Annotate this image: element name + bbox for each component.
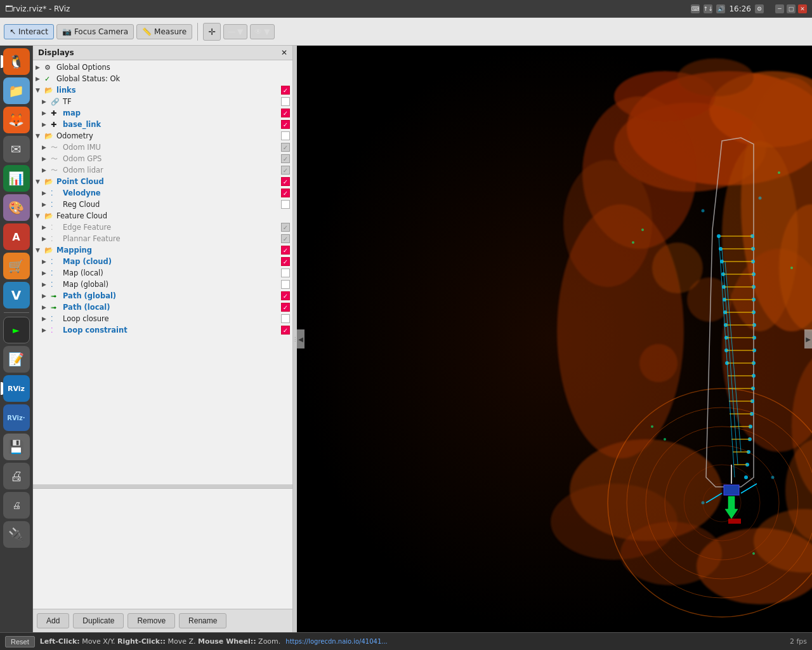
odom-lidar-label: Odom lidar	[61, 166, 281, 175]
loop-constraint-checkbox[interactable]	[281, 326, 290, 335]
main-area: 🐧 📁 🦊 ✉ 📊 🎨 A 🛒 V ► 📝	[0, 46, 812, 632]
rename-button[interactable]: Rename	[179, 613, 226, 628]
path-global-checkbox[interactable]	[281, 291, 290, 300]
velodyne-checkbox[interactable]	[281, 189, 290, 197]
odometry-checkbox[interactable]	[281, 131, 290, 140]
tf-label: TF	[61, 97, 281, 106]
dock-item-scanner[interactable]: 🖨	[3, 463, 30, 489]
move-button[interactable]: ✛	[203, 23, 221, 41]
odom-imu-checkbox[interactable]	[281, 143, 290, 152]
minimize-button[interactable]: ─	[775, 4, 784, 13]
plannar-dots-icon: ⁚	[51, 235, 61, 243]
dock-item-disk[interactable]: 💾	[3, 434, 30, 460]
eye-dropdown[interactable]: 👁 ▼	[250, 24, 274, 39]
focus-camera-button[interactable]: 📷 Focus Camera	[56, 24, 134, 39]
tree-item-tf[interactable]: ▶ 🔗 TF	[33, 96, 292, 107]
reg-cloud-checkbox[interactable]	[281, 200, 290, 209]
map-local-arrow: ▶	[42, 270, 51, 276]
dock-item-ubuntu[interactable]: 🐧	[3, 48, 30, 75]
viewport-collapse-left[interactable]: ◀	[297, 329, 304, 348]
dock-item-shop[interactable]: 🛒	[3, 253, 30, 279]
toolbar-separator-1	[197, 23, 198, 41]
dock-item-firefox[interactable]: 🦊	[3, 107, 30, 133]
email-icon: ✉	[11, 142, 22, 157]
measure-button[interactable]: 📏 Measure	[136, 24, 192, 39]
close-button[interactable]: ✕	[798, 4, 807, 13]
dock-item-editor[interactable]: 📝	[3, 346, 30, 373]
tree-item-loop-constraint[interactable]: ▶ ⁚ Loop constraint	[33, 324, 292, 336]
tree-item-reg-cloud[interactable]: ▶ ⁚ Reg Cloud	[33, 199, 292, 210]
tree-item-map[interactable]: ▶ ✚ map	[33, 107, 292, 119]
maximize-button[interactable]: □	[787, 4, 796, 13]
loop-closure-checkbox[interactable]	[281, 314, 290, 323]
interact-button[interactable]: ↖ Interact	[4, 24, 54, 39]
reset-button[interactable]: Reset	[5, 636, 35, 647]
dock: 🐧 📁 🦊 ✉ 📊 🎨 A 🛒 V ► 📝	[0, 46, 33, 632]
tree-item-odometry[interactable]: ▼ 📂 Odometry	[33, 130, 292, 142]
displays-header: Displays ✕	[33, 46, 292, 60]
tree-item-path-local[interactable]: ▶ ➟ Path (local)	[33, 302, 292, 313]
point-cloud-checkbox[interactable]	[281, 177, 290, 186]
tree-item-map-global[interactable]: ▶ ⁚ Map (global)	[33, 279, 292, 290]
tree-item-edge-feature[interactable]: ▶ ⁚ Edge Feature	[33, 222, 292, 233]
tree-item-global-status[interactable]: ▶ ✓ Global Status: Ok	[33, 73, 292, 84]
dock-item-terminal[interactable]: ►	[3, 317, 30, 343]
plannar-feature-label: Plannar Feature	[61, 234, 281, 243]
tree-item-mapping[interactable]: ▼ 📂 Mapping	[33, 244, 292, 256]
remove-button[interactable]: Remove	[128, 613, 175, 628]
svg-rect-86	[728, 519, 741, 524]
add-button[interactable]: Add	[37, 613, 69, 628]
odom-lidar-checkbox[interactable]	[281, 166, 290, 175]
tree-item-map-cloud[interactable]: ▶ ⁚ Map (cloud)	[33, 256, 292, 267]
duplicate-button[interactable]: Duplicate	[73, 613, 124, 628]
map-arrow-icon: ▶	[42, 110, 51, 116]
tree-item-odom-gps[interactable]: ▶ 〜 Odom GPS	[33, 153, 292, 164]
tree-item-loop-closure[interactable]: ▶ ⁚ Loop closure	[33, 313, 292, 324]
path-local-label: Path (local)	[61, 303, 281, 312]
tree-item-point-cloud[interactable]: ▼ 📂 Point Cloud	[33, 176, 292, 187]
map-cloud-checkbox[interactable]	[281, 257, 290, 266]
statusbar: Reset Left-Click: Move X/Y. Right-Click:…	[0, 632, 812, 650]
dock-item-printer[interactable]: 🖨	[3, 492, 30, 519]
tree-item-odom-lidar[interactable]: ▶ 〜 Odom lidar	[33, 164, 292, 176]
path-local-checkbox[interactable]	[281, 303, 290, 312]
tree-item-velodyne[interactable]: ▶ ⁚ Velodyne	[33, 187, 292, 199]
tree-item-path-global[interactable]: ▶ ➟ Path (global)	[33, 290, 292, 302]
dock-item-files[interactable]: 📁	[3, 77, 30, 104]
tree-item-odom-imu[interactable]: ▶ 〜 Odom IMU	[33, 142, 292, 153]
base-link-checkbox[interactable]	[281, 120, 290, 129]
tree-item-map-local[interactable]: ▶ ⁚ Map (local)	[33, 267, 292, 279]
dock-item-text[interactable]: A	[3, 223, 30, 250]
links-checkbox[interactable]	[281, 86, 290, 95]
odom-gps-checkbox[interactable]	[281, 154, 290, 163]
map-local-checkbox[interactable]	[281, 269, 290, 277]
map-global-checkbox[interactable]	[281, 280, 290, 289]
dock-item-rviz2[interactable]: RViz·	[3, 404, 30, 431]
tree-item-feature-cloud[interactable]: ▼ 📂 Feature Cloud	[33, 210, 292, 222]
3d-viewport[interactable]: 2 fps ◀ ▶	[297, 46, 812, 632]
tf-checkbox[interactable]	[281, 97, 290, 106]
velodyne-arrow: ▶	[42, 190, 51, 196]
displays-panel: Displays ✕ ▶ ⚙ Global Options ▶ ✓ Global…	[33, 46, 293, 632]
view-dropdown[interactable]: — ▼	[223, 24, 247, 39]
files-icon: 📁	[8, 83, 24, 98]
dock-item-email[interactable]: ✉	[3, 136, 30, 162]
tree-item-plannar-feature[interactable]: ▶ ⁚ Plannar Feature	[33, 233, 292, 244]
displays-close-icon[interactable]: ✕	[281, 48, 287, 57]
dock-item-spreadsheet[interactable]: 📊	[3, 165, 30, 192]
tree-item-links[interactable]: ▼ 📂 links	[33, 84, 292, 96]
odometry-expand-icon: ▼	[36, 133, 44, 139]
map-checkbox[interactable]	[281, 109, 290, 117]
eye-dropdown-arrow: ▼	[264, 27, 270, 36]
tree-item-global-options[interactable]: ▶ ⚙ Global Options	[33, 62, 292, 73]
dock-item-image[interactable]: 🎨	[3, 194, 30, 221]
mapping-checkbox[interactable]	[281, 246, 290, 255]
dock-item-vpn[interactable]: V	[3, 282, 30, 308]
viewport-expand-right[interactable]: ▶	[804, 329, 812, 348]
dock-item-usb[interactable]: 🔌	[3, 521, 30, 548]
map-local-label: Map (local)	[61, 269, 281, 277]
plannar-checkbox[interactable]	[281, 234, 290, 243]
tree-item-base-link[interactable]: ▶ ✚ base_link	[33, 119, 292, 130]
edge-feature-checkbox[interactable]	[281, 223, 290, 232]
dock-item-rviz[interactable]: RViz	[3, 375, 30, 402]
